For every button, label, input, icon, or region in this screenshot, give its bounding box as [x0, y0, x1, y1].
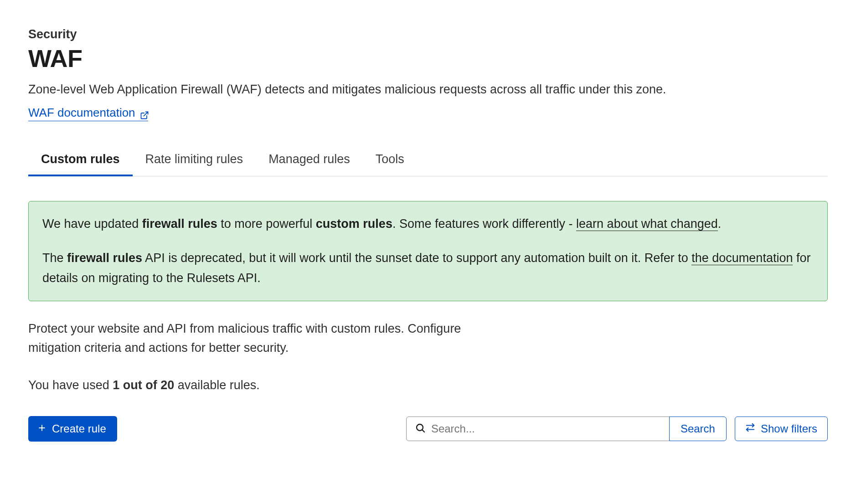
tabs: Custom rules Rate limiting rules Managed… — [28, 146, 828, 176]
tab-custom-rules[interactable]: Custom rules — [28, 146, 133, 176]
filters-icon — [745, 422, 755, 435]
search-group: Search — [406, 417, 727, 441]
notice-paragraph-1: We have updated firewall rules to more p… — [42, 214, 814, 234]
tab-managed-rules[interactable]: Managed rules — [256, 146, 363, 176]
show-filters-button[interactable]: Show filters — [735, 417, 828, 441]
learn-what-changed-link[interactable]: learn about what changed — [576, 217, 718, 231]
section-description: Protect your website and API from malici… — [28, 319, 489, 358]
documentation-link[interactable]: the documentation — [691, 251, 793, 265]
plus-icon — [37, 422, 46, 435]
search-box[interactable] — [406, 417, 670, 441]
waf-documentation-link[interactable]: WAF documentation — [28, 106, 148, 121]
notice-paragraph-2: The firewall rules API is deprecated, bu… — [42, 248, 814, 288]
update-notice: We have updated firewall rules to more p… — [28, 201, 828, 301]
tab-tools[interactable]: Tools — [363, 146, 417, 176]
external-link-icon — [140, 109, 148, 117]
search-input[interactable] — [431, 422, 661, 435]
breadcrumb: Security — [28, 27, 828, 41]
search-button[interactable]: Search — [669, 417, 727, 441]
svg-line-4 — [422, 430, 424, 432]
create-rule-label: Create rule — [52, 422, 106, 435]
tab-rate-limiting-rules[interactable]: Rate limiting rules — [133, 146, 256, 176]
action-row: Create rule Search — [28, 416, 828, 442]
create-rule-button[interactable]: Create rule — [28, 416, 117, 442]
svg-line-0 — [144, 112, 148, 116]
show-filters-label: Show filters — [761, 422, 817, 435]
doc-link-label: WAF documentation — [28, 106, 135, 120]
rules-usage: You have used 1 out of 20 available rule… — [28, 378, 828, 392]
search-icon — [415, 422, 426, 435]
page-description: Zone-level Web Application Firewall (WAF… — [28, 81, 828, 98]
page-title: WAF — [28, 44, 828, 72]
